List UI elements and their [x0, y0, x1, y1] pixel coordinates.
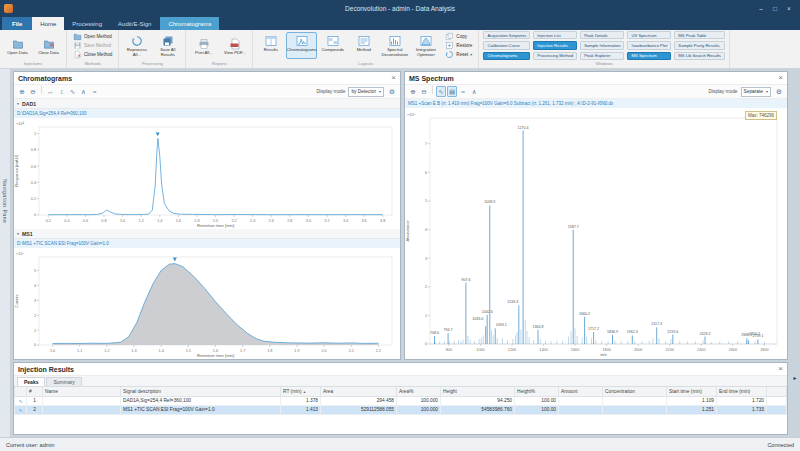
ribbon-button-copy[interactable]: Copy — [443, 33, 474, 41]
ms-spectrum-chart[interactable]: 8001000120014001600180020002200240026002… — [405, 108, 787, 358]
ribbon-button-open-data[interactable]: Open Data — [2, 35, 33, 57]
results-tab-peaks[interactable]: Peaks — [17, 377, 45, 386]
ribbon-button-save-all-results[interactable]: Save All Results — [152, 32, 183, 59]
table-row-2[interactable]: ∿2MS1 +TIC SCAN ESI Frag=100V Gain=1.01.… — [15, 405, 787, 414]
tab-audit-e-sign[interactable]: Audit/E-Sign — [110, 17, 159, 30]
window-toggle-calibration-curve[interactable]: Calibration Curve — [483, 41, 530, 49]
overlay-icon[interactable]: ≈ — [90, 86, 100, 97]
cell: 100.000 — [397, 405, 441, 414]
svg-text:1: 1 — [425, 314, 427, 318]
expand-panel-button[interactable]: ▸ — [793, 374, 796, 381]
window-toggle-ms-lib-search-results[interactable]: MS Lib Search Results — [674, 52, 725, 60]
svg-text:1400: 1400 — [539, 348, 547, 352]
ribbon-button-integration-optimizer[interactable]: Integration Optimizer — [410, 32, 441, 59]
ribbon-button-results[interactable]: Results — [255, 32, 286, 59]
zoom-in-icon[interactable]: ⊕ — [17, 86, 27, 97]
display-mode-select[interactable]: Separate ▾ — [741, 87, 771, 97]
svg-text:1.1: 1.1 — [77, 349, 82, 353]
window-toggle-sample-purity-results[interactable]: Sample Purity Results — [674, 41, 725, 49]
close-icon[interactable]: × — [778, 74, 783, 82]
column-header-signal-description[interactable]: Signal description — [121, 387, 281, 396]
window-toggle-injection-results[interactable]: Injection Results — [533, 41, 577, 49]
fit-icon[interactable]: ↕ — [57, 86, 67, 97]
ribbon-button-close-data[interactable]: Close Data — [33, 35, 64, 57]
close-icon[interactable]: × — [778, 365, 783, 373]
window-toggle-peak-details[interactable]: Peak Details — [580, 31, 624, 39]
results-tab-summary[interactable]: Summary — [46, 377, 81, 386]
baseline-icon[interactable]: ∧ — [79, 86, 89, 97]
pan-icon[interactable]: ↔ — [45, 86, 56, 97]
ribbon-button-close-method[interactable]: Close Method — [71, 51, 114, 59]
column-header-rt-min[interactable]: RT (min) ▲ — [281, 387, 321, 396]
window-toggle-ms-spectrum[interactable]: MS Spectrum — [627, 52, 671, 60]
ribbon-button-chromatograms[interactable]: Chromatograms — [286, 32, 317, 59]
signal-title: DAD1 — [22, 101, 36, 107]
overlay-icon[interactable]: ≈ — [458, 86, 468, 97]
ribbon-button-save-method[interactable]: Save Method — [71, 42, 114, 50]
window-toggle-injection-list[interactable]: Injection List — [533, 31, 577, 39]
ribbon-button-restore[interactable]: Restore — [443, 42, 474, 50]
tab-file[interactable]: File — [2, 17, 32, 30]
baseline-icon[interactable]: ∧ — [469, 86, 479, 97]
ribbon-button-open-method[interactable]: Open Method — [71, 33, 114, 41]
window-toggle-acquisition-setpoints[interactable]: Acquisition Setpoints — [483, 31, 530, 39]
button-label: Chromatograms — [287, 48, 317, 53]
zoom-in-icon[interactable]: ⊕ — [408, 86, 418, 97]
dad1-signal-info[interactable]: D:\DAD1A,Sig=254,4 Ref=360,100 — [14, 109, 400, 118]
ms1-chart[interactable]: 1.01.11.21.31.41.51.61.71.81.92.02.12.20… — [14, 248, 400, 359]
window-toggle-processing-method[interactable]: Processing Method — [533, 52, 577, 60]
ribbon-button-reprocess-all[interactable]: Reprocess All... — [121, 32, 152, 59]
column-header-amount[interactable]: Amount — [559, 387, 603, 396]
ribbon-button-reset[interactable]: Reset▾ — [443, 51, 474, 59]
display-mode-select[interactable]: by Detector ▾ — [348, 87, 384, 97]
tile-icon[interactable]: ▤ — [447, 86, 457, 97]
maximize-button[interactable]: □ — [768, 2, 782, 15]
svg-text:2.8: 2.8 — [287, 219, 292, 223]
column-header-concentration[interactable]: Concentration — [603, 387, 667, 396]
window-toggle-ms-peak-table[interactable]: MS Peak Table — [674, 31, 725, 39]
close-icon[interactable]: × — [391, 74, 396, 82]
svg-text:1.5: 1.5 — [186, 349, 191, 353]
ribbon-button-method[interactable]: Method — [348, 32, 379, 59]
svg-text:2800: 2800 — [760, 348, 768, 352]
column-header-height[interactable]: Height% — [515, 387, 559, 396]
ribbon-button-spectral-deconvolution[interactable]: Spectral Deconvolution — [379, 32, 410, 59]
minimize-button[interactable]: – — [754, 2, 768, 15]
window-toggle-uv-spectrum[interactable]: UV Spectrum — [627, 31, 671, 39]
dad1-section-header[interactable]: ▾ DAD1 — [14, 99, 400, 109]
tab-home[interactable]: Home — [32, 17, 64, 30]
window-toggle-peak-explorer[interactable]: Peak Explorer — [580, 52, 624, 60]
signal-icon: ∿ — [18, 398, 22, 404]
peaks-icon[interactable]: ∿ — [436, 86, 446, 97]
ribbon-button-compounds[interactable]: Compounds — [317, 32, 348, 59]
column-header-name[interactable]: Name — [43, 387, 121, 396]
zoom-out-icon[interactable]: ⊖ — [419, 86, 429, 97]
tab-chromatograms[interactable]: Chromatograms — [160, 17, 219, 30]
window-toggle-isoabsorbance-plot[interactable]: Isoabsorbance Plot — [627, 41, 671, 49]
column-header-area[interactable]: Area% — [397, 387, 441, 396]
window-toggle-sample-information[interactable]: Sample Information — [580, 41, 624, 49]
ms-spectrum-signal-info[interactable]: MS1 +Scan E B (rt: 1.419 min) Frag=100V … — [405, 99, 787, 108]
dad1-chart[interactable]: 0.20.40.60.81.01.21.41.61.82.02.22.42.62… — [14, 118, 400, 229]
svg-text:1600: 1600 — [571, 348, 579, 352]
close-button[interactable]: × — [782, 2, 796, 15]
navigation-pane-tab[interactable]: Navigation Pane — [0, 69, 11, 437]
peaks-icon[interactable]: ∿ — [68, 86, 78, 97]
zoom-out-icon[interactable]: ⊖ — [28, 86, 38, 97]
window-toggle-chromatograms[interactable]: Chromatograms — [483, 52, 530, 60]
column-header-height[interactable]: Height — [441, 387, 515, 396]
ms1-section-header[interactable]: ▾ MS1 — [14, 229, 400, 239]
settings-gear-icon[interactable]: ⚙ — [774, 86, 784, 97]
ms1-signal-info[interactable]: D:\MS1 +TIC SCAN ESI Frag=100V Gain=1.0 — [14, 239, 400, 248]
column-header-end-time-min[interactable]: End time (min) — [717, 387, 767, 396]
restore-icon — [445, 41, 454, 50]
ribbon-button-view-pdf[interactable]: View PDF... — [219, 35, 250, 57]
button-label: Print All... — [195, 51, 213, 56]
tab-processing[interactable]: Processing — [64, 17, 110, 30]
settings-gear-icon[interactable]: ⚙ — [387, 86, 397, 97]
table-row-1[interactable]: ∿1DAD1A,Sig=254,4 Ref=360,1001.378294.45… — [15, 396, 787, 405]
column-header-num[interactable]: # — [27, 387, 43, 396]
column-header-area[interactable]: Area — [321, 387, 397, 396]
column-header-start-time-min[interactable]: Start time (min) — [667, 387, 717, 396]
ribbon-button-print-all[interactable]: Print All... — [188, 35, 219, 57]
